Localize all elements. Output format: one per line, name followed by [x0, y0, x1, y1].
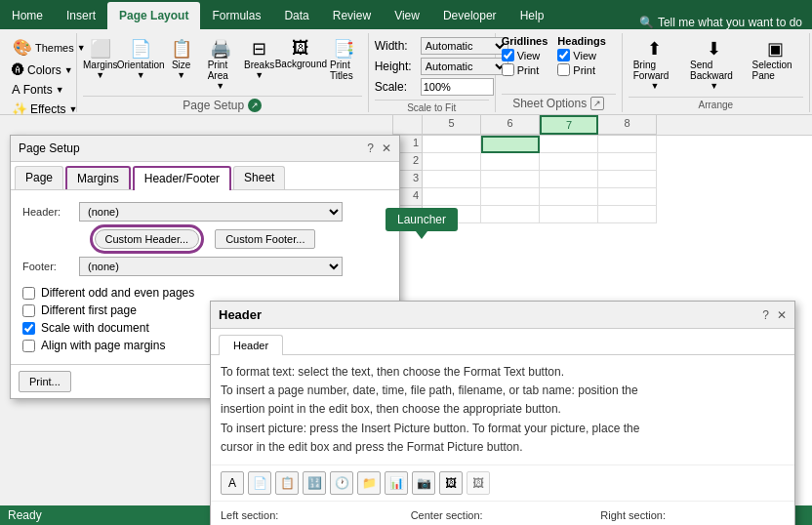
insert-time-btn[interactable]: 🕐: [330, 471, 353, 495]
tab-developer[interactable]: Developer: [431, 2, 508, 29]
print-headings-label[interactable]: Print: [557, 63, 606, 76]
orientation-button[interactable]: 📄 Orientation ▼: [122, 35, 160, 83]
custom-header-button[interactable]: Custom Header...: [95, 229, 200, 249]
print-gridlines-label[interactable]: Print: [502, 63, 548, 76]
center-section-label: Center section:: [411, 509, 595, 521]
insert-page-number-btn[interactable]: 📄: [248, 471, 271, 495]
insert-filename-btn[interactable]: 📊: [385, 471, 408, 495]
ribbon-body: 🎨 Themes ▼ 🅐 Colors ▼ A Fonts ▼ ✨ Effect…: [0, 29, 812, 115]
bf-chevron: ▼: [650, 81, 659, 91]
page-setup-launcher[interactable]: ↗: [248, 99, 262, 112]
insert-picture-btn[interactable]: 🖼: [439, 471, 463, 495]
page-setup-tabs: Page Margins Header/Footer Sheet: [11, 162, 399, 190]
center-section-col: Center section:: [411, 509, 595, 525]
view-headings-label[interactable]: View: [557, 49, 606, 61]
group-scale-to-fit: Width: Automatic 1 page 2 pages Height: …: [369, 33, 496, 112]
print-area-icon: 🖨️: [210, 38, 231, 60]
tell-me-bar[interactable]: 🔍 Tell me what you want to do: [629, 16, 812, 29]
header-dialog: Header ? ✕ Header To format text: select…: [210, 301, 795, 525]
sheet-options-launcher[interactable]: ↗: [590, 97, 604, 110]
view-gridlines-check[interactable]: [502, 49, 514, 61]
header-dialog-title: Header: [219, 307, 262, 322]
first-page-label: Different first page: [41, 303, 137, 317]
view-headings-check[interactable]: [557, 49, 570, 61]
tab-insert[interactable]: Insert: [55, 2, 107, 29]
insert-date-btn[interactable]: 🔢: [303, 471, 326, 495]
selection-pane-button[interactable]: ▣ Selection Pane: [747, 35, 803, 84]
gridlines-col: Gridlines View Print: [502, 35, 548, 76]
background-icon: 🖼: [292, 38, 309, 59]
sb-chevron: ▼: [710, 81, 718, 91]
footer-value[interactable]: (none): [79, 257, 343, 276]
scale-input[interactable]: [421, 78, 494, 96]
format-text-btn[interactable]: A: [221, 471, 244, 495]
height-label: Height:: [375, 60, 419, 73]
insert-pages-btn[interactable]: 📋: [275, 471, 299, 495]
print-button[interactable]: Print...: [19, 371, 71, 392]
send-backward-icon: ⬇: [707, 38, 721, 60]
opt-odd-even: Different odd and even pages: [22, 286, 387, 300]
tab-view[interactable]: View: [383, 2, 431, 29]
sections-area: Left section: Center section:: [211, 502, 794, 525]
tab-formulas[interactable]: Formulas: [200, 2, 272, 29]
colors-icon: 🅐: [12, 62, 24, 77]
group-themes: 🎨 Themes ▼ 🅐 Colors ▼ A Fonts ▼ ✨ Effect…: [2, 33, 77, 112]
tab-page-layout[interactable]: Page Layout: [107, 2, 200, 29]
group-sheet-options: Gridlines View Print Headings View Print: [496, 33, 623, 112]
page-setup-title: Page Setup: [19, 141, 80, 155]
margins-button[interactable]: ⬜ Margins ▼: [83, 35, 118, 83]
print-titles-button[interactable]: 📑 Print Titles: [325, 35, 362, 84]
print-headings-check[interactable]: [557, 63, 570, 76]
tab-page[interactable]: Page: [15, 166, 63, 189]
scale-check[interactable]: [22, 322, 35, 335]
table-row: 1: [393, 136, 812, 153]
tab-home[interactable]: Home: [0, 2, 55, 29]
align-label: Align with page margins: [41, 339, 165, 352]
view-gridlines-label[interactable]: View: [502, 49, 548, 61]
tab-data[interactable]: Data: [272, 2, 320, 29]
right-section-label: Right section:: [600, 509, 785, 521]
hd-close-icon[interactable]: ✕: [777, 308, 787, 322]
header-tab[interactable]: Header: [219, 335, 283, 355]
orientation-chevron: ▼: [137, 70, 145, 80]
tab-header-footer[interactable]: Header/Footer: [133, 166, 231, 190]
fonts-button[interactable]: A Fonts ▼: [8, 80, 68, 99]
page-setup-controls: ? ✕: [367, 141, 391, 155]
size-icon: 📋: [171, 38, 192, 60]
colors-button[interactable]: 🅐 Colors ▼: [8, 61, 77, 79]
insert-file-path-btn[interactable]: 📁: [357, 471, 381, 495]
height-row: Height: Automatic 1 page: [375, 58, 508, 75]
background-button[interactable]: 🖼 Background: [281, 35, 321, 72]
first-page-check[interactable]: [22, 304, 35, 317]
custom-footer-button[interactable]: Custom Footer...: [215, 229, 315, 249]
print-gridlines-check[interactable]: [502, 63, 514, 76]
hd-help-icon[interactable]: ?: [762, 308, 769, 322]
align-check[interactable]: [22, 340, 35, 352]
tab-sheet[interactable]: Sheet: [233, 166, 285, 189]
breaks-chevron: ▼: [255, 70, 264, 80]
close-icon[interactable]: ✕: [382, 141, 391, 155]
breaks-button[interactable]: ⊟ Breaks ▼: [242, 35, 277, 83]
tab-margins[interactable]: Margins: [65, 166, 131, 189]
left-section-col: Left section:: [221, 509, 405, 525]
ribbon: Home Insert Page Layout Formulas Data Re…: [0, 0, 812, 115]
odd-even-check[interactable]: [22, 287, 35, 300]
print-area-button[interactable]: 🖨️ Print Area ▼: [203, 35, 238, 94]
tooltip-arrow: [416, 231, 427, 239]
launcher-tooltip: Launcher: [386, 208, 458, 239]
margins-icon: ⬜: [90, 38, 111, 60]
format-picture-btn[interactable]: 🖼: [467, 471, 490, 495]
insert-tab-btn[interactable]: 📷: [412, 471, 435, 495]
size-button[interactable]: 📋 Size ▼: [164, 35, 199, 83]
tab-review[interactable]: Review: [321, 2, 383, 29]
send-backward-button[interactable]: ⬇ Send Backward ▼: [685, 35, 743, 94]
margins-chevron: ▼: [96, 70, 104, 80]
headings-col: Headings View Print: [557, 35, 606, 76]
tab-help[interactable]: Help: [508, 2, 556, 29]
help-icon[interactable]: ?: [367, 141, 374, 155]
selection-pane-icon: ▣: [767, 38, 784, 60]
table-row: 2: [393, 153, 812, 171]
header-field-row: Header: (none): [22, 202, 387, 222]
bring-forward-button[interactable]: ⬆ Bring Forward ▼: [629, 35, 681, 94]
header-value[interactable]: (none): [79, 202, 343, 222]
